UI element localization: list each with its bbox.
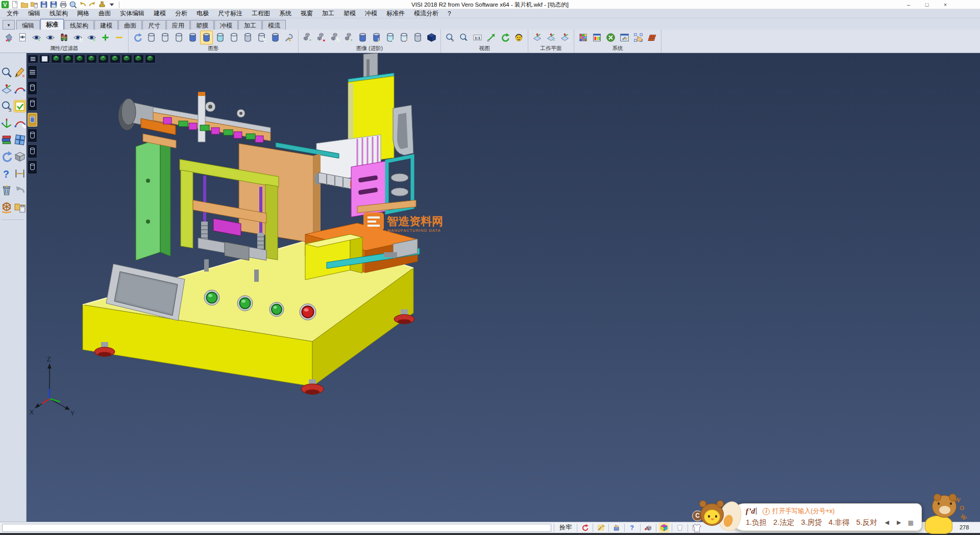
menu-item-18[interactable]: ?	[443, 10, 456, 18]
graphics-settings[interactable]	[283, 31, 296, 44]
zoom-selected[interactable]	[485, 31, 498, 44]
ime-panel-button[interactable]: ▦	[908, 519, 913, 526]
display-transparent[interactable]	[28, 144, 37, 158]
menu-item-0[interactable]: 文件	[2, 9, 23, 18]
selection-mode[interactable]	[632, 31, 645, 44]
lock-label[interactable]: 拴牢	[557, 523, 574, 532]
solid-validate[interactable]: ✓	[384, 31, 397, 44]
menu-item-10[interactable]: 工程图	[247, 9, 275, 18]
system-options[interactable]	[604, 31, 617, 44]
help-question[interactable]: ?	[1, 167, 13, 180]
menu-item-11[interactable]: 系统	[275, 9, 296, 18]
menu-item-4[interactable]: 曲面	[94, 9, 115, 18]
navigation-wheel[interactable]	[1, 201, 13, 213]
zoom-extents[interactable]: ↔	[457, 31, 470, 44]
status-magic-wand[interactable]	[596, 523, 606, 532]
open-file-button[interactable]	[20, 1, 29, 9]
solid-wireframe[interactable]	[411, 31, 424, 44]
surface-select-plane[interactable]	[1, 83, 13, 95]
toolbar-tab-3[interactable]: 建模	[94, 20, 118, 30]
undo-gray[interactable]	[14, 184, 26, 197]
viewport-display-menu[interactable]	[28, 65, 37, 79]
stamp-button[interactable]	[98, 1, 106, 9]
color-table[interactable]	[577, 31, 590, 44]
view-isometric[interactable]	[51, 55, 62, 63]
close-button[interactable]: ×	[936, 0, 954, 9]
ime-candidate-1[interactable]: 1.负担	[746, 518, 767, 527]
view-left[interactable]	[98, 55, 109, 63]
zoom-solid[interactable]: ±	[1, 100, 13, 112]
display-shaded-edges[interactable]	[28, 129, 37, 142]
paste-folder[interactable]	[14, 201, 26, 213]
redo-button[interactable]	[88, 1, 96, 9]
view-bottom[interactable]	[121, 55, 132, 63]
viewport-menu[interactable]	[28, 55, 38, 63]
maximize-button[interactable]: □	[918, 0, 936, 9]
confirm-selection-check[interactable]	[14, 100, 26, 112]
layers-attributes[interactable]	[1, 134, 13, 146]
toolbar-tab-4[interactable]: 曲面	[118, 20, 142, 30]
hatched-view[interactable]	[241, 31, 254, 44]
menu-item-3[interactable]: 网格	[72, 9, 94, 18]
toolbar-tab-6[interactable]: 应用	[166, 20, 190, 30]
toolbar-tab-0[interactable]: 编辑	[16, 20, 40, 30]
ucs-axis[interactable]	[1, 117, 13, 129]
ime-prev-button[interactable]: ◀	[885, 519, 889, 526]
display-wireframe[interactable]	[28, 81, 37, 95]
menu-item-17[interactable]: 模流分析	[409, 9, 443, 18]
window-configuration[interactable]	[618, 31, 631, 44]
zoom-in-out[interactable]: ±	[444, 31, 456, 44]
menu-item-1[interactable]: 编辑	[23, 9, 45, 18]
ime-hint[interactable]: i 打开手写输入(分号+x)	[763, 507, 835, 516]
menu-item-2[interactable]: 线架构	[45, 9, 72, 18]
save-as-button[interactable]: +	[50, 1, 58, 9]
toolbar-tab-5[interactable]: 尺寸	[142, 20, 166, 30]
solid-cube[interactable]	[14, 151, 26, 163]
view-front[interactable]	[75, 55, 85, 63]
toolbar-tab-1[interactable]: 标准	[40, 19, 64, 30]
filter-hide-remove[interactable]: −	[44, 31, 57, 44]
edit-curve[interactable]	[14, 83, 26, 95]
toolbar-tab-9[interactable]: 加工	[238, 20, 262, 30]
workplane-create[interactable]	[531, 31, 544, 44]
display-flat[interactable]	[28, 160, 37, 174]
view-plane-toggle[interactable]	[39, 55, 50, 63]
menu-item-15[interactable]: 冲模	[360, 9, 382, 18]
workplane-align[interactable]: →	[558, 31, 571, 44]
view-right[interactable]	[86, 55, 97, 63]
menu-item-13[interactable]: 加工	[317, 9, 339, 18]
ime-mascot-chick[interactable]	[699, 501, 733, 535]
menu-item-6[interactable]: 建模	[149, 9, 170, 18]
ime-popup[interactable]: f’d i 打开手写输入(分号+x) 1.负担2.法定3.房贷4.非得5.反对◀…	[731, 503, 922, 531]
3d-viewport[interactable]: 智造资料网 MANUFACTURING DATA Z X Y	[27, 53, 980, 522]
import-file-button[interactable]	[30, 1, 38, 9]
solid-tag[interactable]: +	[398, 31, 410, 44]
minimize-button[interactable]: –	[899, 0, 918, 9]
shaded-view[interactable]	[186, 31, 199, 44]
3d-scene-canvas[interactable]: 智造资料网 MANUFACTURING DATA Z X Y	[27, 53, 980, 522]
tab-dropdown-button[interactable]: ▾	[3, 20, 15, 30]
workplane-edit[interactable]: +	[545, 31, 557, 44]
ime-candidate-3[interactable]: 3.房贷	[801, 518, 822, 527]
attribute-painter[interactable]	[3, 31, 15, 44]
print-button[interactable]	[59, 1, 67, 9]
menu-item-8[interactable]: 电极	[192, 9, 213, 18]
toolbar-tab-2[interactable]: 线架构	[64, 20, 94, 30]
ime-candidate-2[interactable]: 2.法定	[773, 518, 794, 527]
advanced-plus-minus[interactable]: ±	[342, 31, 355, 44]
view-iso-rear[interactable]	[133, 55, 144, 63]
solid-striped[interactable]: |	[370, 31, 383, 44]
hide-all-minus[interactable]	[113, 31, 126, 44]
view-dynamic-rotate[interactable]	[145, 55, 156, 63]
advanced-states[interactable]: ●	[315, 31, 328, 44]
menu-item-7[interactable]: 分析	[170, 9, 192, 18]
flat-shaded-view[interactable]	[228, 31, 240, 44]
shaded-edges-view[interactable]	[200, 31, 213, 44]
status-render-cube[interactable]	[659, 523, 669, 532]
redraw[interactable]	[131, 31, 144, 44]
display-colors[interactable]	[591, 31, 603, 44]
status-export-cube[interactable]	[643, 523, 653, 532]
ime-composition[interactable]: f’d	[746, 507, 756, 516]
advanced-add[interactable]: +	[301, 31, 314, 44]
wireframe-view[interactable]	[145, 31, 158, 44]
